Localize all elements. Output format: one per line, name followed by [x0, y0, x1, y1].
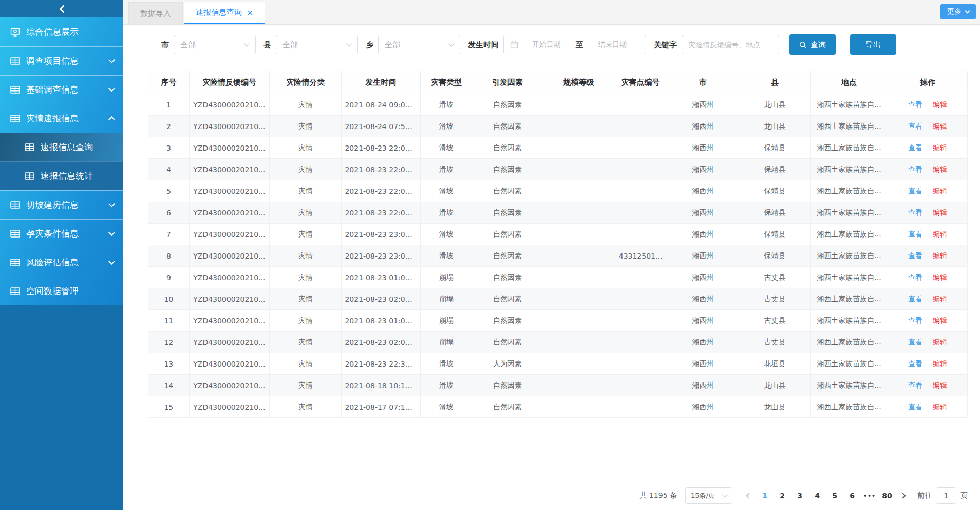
- view-link[interactable]: 查看: [908, 100, 922, 108]
- view-link[interactable]: 查看: [908, 273, 922, 281]
- edit-link[interactable]: 编辑: [933, 100, 947, 108]
- table-cell: 灾情: [270, 310, 342, 332]
- sidebar-item-label: 调查项目信息: [26, 55, 109, 67]
- edit-link[interactable]: 编辑: [933, 403, 947, 411]
- prev-page-button[interactable]: [742, 494, 756, 498]
- table-cell: 12: [148, 332, 190, 353]
- city-select-value: 全部: [180, 40, 245, 50]
- chevron-down-icon: [965, 8, 970, 13]
- table-cell: 湘西土家族苗族自...: [810, 267, 888, 288]
- table-cell: YZD43000020210...: [189, 94, 269, 116]
- table-cell: 自然因素: [473, 396, 542, 418]
- close-icon[interactable]: ×: [247, 9, 253, 17]
- tab-1[interactable]: 数据导入: [128, 2, 183, 24]
- sidebar-item-6[interactable]: 孕灾条件信息: [0, 219, 123, 248]
- view-link[interactable]: 查看: [908, 316, 922, 324]
- page-number-80[interactable]: 80: [878, 491, 896, 500]
- main-content: 市 全部 县 全部 乡 全部 发生时间 开始日期 至 结: [123, 25, 980, 510]
- page-number-1[interactable]: 1: [756, 491, 774, 500]
- table-cell: [615, 159, 666, 180]
- page-number-3[interactable]: 3: [791, 491, 808, 500]
- table-cell: 湘西土家族苗族自...: [810, 375, 888, 396]
- sidebar-item-7[interactable]: 风险评估信息: [0, 248, 123, 277]
- sidebar-item-4[interactable]: 灾情速报信息: [0, 104, 123, 133]
- more-button[interactable]: 更多: [940, 4, 976, 19]
- table-cell: 2021-08-23 01:00:00: [342, 267, 420, 288]
- sidebar-item-3[interactable]: 基础调查信息: [0, 75, 123, 104]
- view-link[interactable]: 查看: [908, 165, 922, 173]
- table-cell: [542, 180, 615, 202]
- end-date-placeholder: 结束日期: [586, 40, 640, 49]
- view-link[interactable]: 查看: [908, 143, 922, 152]
- table-cell: YZD43000020210...: [189, 180, 269, 202]
- table-cell: 自然因素: [473, 310, 542, 332]
- date-range-picker[interactable]: 开始日期 至 结束日期: [503, 35, 646, 54]
- sidebar-collapse-button[interactable]: [0, 0, 123, 17]
- edit-link[interactable]: 编辑: [933, 208, 947, 216]
- table-cell: [542, 116, 615, 137]
- sidebar-item-2[interactable]: 调查项目信息: [0, 46, 123, 75]
- table-icon: [10, 115, 20, 122]
- table-cell: 湘西州: [666, 375, 740, 396]
- page-size-select[interactable]: 15条/页: [685, 487, 732, 504]
- sidebar-subitem-label: 速报信息查询: [41, 141, 114, 153]
- goto-page-input[interactable]: [936, 487, 956, 504]
- chevron-down-icon: [108, 85, 115, 92]
- page-number-6[interactable]: 6: [843, 491, 861, 500]
- keyword-input[interactable]: [682, 35, 779, 54]
- table-cell: 11: [148, 310, 190, 332]
- more-pages-icon[interactable]: •••: [861, 493, 878, 499]
- page-number-4[interactable]: 4: [808, 491, 826, 500]
- edit-link[interactable]: 编辑: [933, 143, 947, 152]
- city-select[interactable]: 全部: [174, 35, 256, 54]
- edit-link[interactable]: 编辑: [933, 381, 947, 389]
- view-link[interactable]: 查看: [908, 403, 922, 411]
- table-icon: [10, 230, 20, 238]
- table-cell: 滑坡: [420, 159, 473, 180]
- table-row: 11YZD43000020210...灾情2021-08-23 01:00:00…: [148, 310, 968, 332]
- view-link[interactable]: 查看: [908, 359, 922, 368]
- county-label: 县: [263, 40, 271, 50]
- export-button[interactable]: 导出: [850, 34, 896, 55]
- next-page-button[interactable]: [896, 494, 910, 498]
- view-link[interactable]: 查看: [908, 251, 922, 260]
- sidebar-item-5[interactable]: 切坡建房信息: [0, 190, 123, 219]
- edit-link[interactable]: 编辑: [933, 338, 947, 346]
- tab-2[interactable]: 速报信息查询×: [184, 2, 265, 24]
- table-cell: 湘西土家族苗族自...: [810, 137, 888, 159]
- view-link[interactable]: 查看: [908, 338, 922, 346]
- export-button-label: 导出: [865, 40, 881, 50]
- table-cell: [542, 375, 615, 396]
- edit-link[interactable]: 编辑: [933, 316, 947, 324]
- table-cell: 湘西土家族苗族自...: [810, 332, 888, 353]
- edit-link[interactable]: 编辑: [933, 295, 947, 303]
- edit-link[interactable]: 编辑: [933, 251, 947, 260]
- town-select[interactable]: 全部: [378, 35, 460, 54]
- edit-link[interactable]: 编辑: [933, 230, 947, 238]
- sidebar-subitem-1[interactable]: 速报信息查询: [0, 133, 123, 161]
- table-row: 14YZD43000020210...灾情2021-08-18 10:11:00…: [148, 375, 968, 396]
- edit-link[interactable]: 编辑: [933, 273, 947, 281]
- table-cell: 花垣县: [740, 353, 810, 375]
- county-select[interactable]: 全部: [276, 35, 358, 54]
- search-icon: [799, 41, 807, 49]
- edit-link[interactable]: 编辑: [933, 122, 947, 130]
- view-link[interactable]: 查看: [908, 122, 922, 130]
- search-button[interactable]: 查询: [789, 34, 836, 55]
- sidebar-item-8[interactable]: 空间数据管理: [0, 277, 123, 305]
- edit-link[interactable]: 编辑: [933, 165, 947, 173]
- table-cell: 自然因素: [473, 116, 542, 137]
- view-link[interactable]: 查看: [908, 230, 922, 238]
- sidebar-item-1[interactable]: 综合信息展示: [0, 17, 123, 46]
- table-cell: 6: [148, 202, 190, 224]
- edit-link[interactable]: 编辑: [933, 359, 947, 368]
- edit-link[interactable]: 编辑: [933, 187, 947, 195]
- view-link[interactable]: 查看: [908, 208, 922, 216]
- page-number-2[interactable]: 2: [774, 491, 791, 500]
- sidebar-subitem-2[interactable]: 速报信息统计: [0, 161, 123, 190]
- pagination: 共 1195 条 15条/页 123456•••80 前往 页: [639, 487, 968, 504]
- page-number-5[interactable]: 5: [826, 491, 843, 500]
- view-link[interactable]: 查看: [908, 381, 922, 389]
- view-link[interactable]: 查看: [908, 187, 922, 195]
- view-link[interactable]: 查看: [908, 295, 922, 303]
